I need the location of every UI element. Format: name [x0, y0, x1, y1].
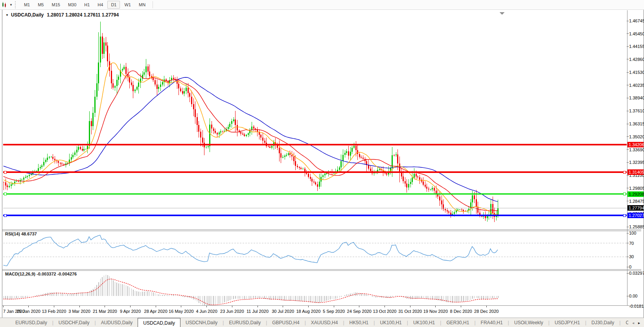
chart-tabs: EURUSD,Daily|USDCHF,Daily|AUDUSD,DailyUS…	[0, 318, 628, 327]
chart-tab-fra40-h1[interactable]: FRA40,H1	[476, 318, 508, 327]
chart-tab-eurusd-daily[interactable]: EURUSD,Daily	[224, 318, 266, 327]
chart-tab-usdchf-daily[interactable]: USDCHF,Daily	[53, 318, 95, 327]
tab-scroll-arrows: ◂ ▸	[628, 318, 644, 327]
macd-name: MACD(12,26,9)	[5, 272, 35, 276]
timeframe-button-h1[interactable]: H1	[81, 1, 93, 9]
chart-tab-usdcnh-daily[interactable]: USDCNH,Daily	[180, 318, 223, 327]
rsi-current-value: 48.6737	[21, 231, 37, 236]
rsi-name: RSI(14)	[5, 231, 20, 236]
chart-tab-usdjpy-h1[interactable]: USDJPY,H1	[550, 318, 585, 327]
timeframe-button-m5[interactable]: M5	[34, 1, 47, 9]
chart-tab-audusd-daily[interactable]: AUDUSD,Daily	[96, 318, 138, 327]
toolbar-drag-grip[interactable]	[15, 1, 18, 8]
rsi-indicator-label: RSI(14) 48.6737	[5, 231, 37, 236]
timeframe-button-mn[interactable]: MN	[135, 1, 149, 9]
timeframe-button-m30[interactable]: M30	[64, 1, 80, 9]
timeframe-button-h4[interactable]: H4	[94, 1, 107, 9]
chart-tab-eurusd-daily[interactable]: EURUSD,Daily	[10, 318, 52, 327]
chart-menu-icon[interactable]: ▼	[6, 13, 9, 17]
timeframe-button-d1[interactable]: D1	[107, 1, 120, 9]
chart-tab-hk50-h1[interactable]: HK50,H1	[344, 318, 374, 327]
chart-tab-ger30-h1[interactable]: GER30,H1	[441, 318, 474, 327]
application-window: ▼ M1M5M15M30H1H4D1W1MN ▼USDCAD,Daily1.28…	[0, 0, 644, 327]
tab-scroll-left-icon[interactable]: ◂	[632, 321, 634, 325]
chart-ohlc-values: 1.28017 1.28024 1.27611 1.27794	[47, 12, 119, 18]
chart-tab-usdcad-daily[interactable]: USDCAD,Daily	[138, 318, 180, 327]
chart-type-dropdown-caret[interactable]: ▼	[9, 3, 13, 7]
chart-tab-usoil-weekly[interactable]: USOil,Weekly	[509, 318, 548, 327]
timeframe-button-m15[interactable]: M15	[48, 1, 63, 9]
timeframe-button-group: M1M5M15M30H1H4D1W1MN	[20, 0, 149, 9]
chart-title: ▼USDCAD,Daily1.28017 1.28024 1.27611 1.2…	[6, 12, 119, 18]
top-toolbar: ▼ M1M5M15M30H1H4D1W1MN	[0, 0, 644, 10]
chart-tab-uk100-h1[interactable]: UK100,H1	[375, 318, 407, 327]
chart-window-frame	[2, 9, 644, 318]
chart-tab-xauusd-h4[interactable]: XAUUSD,H4	[306, 318, 343, 327]
toolbar-separator	[153, 1, 153, 8]
macd-current-values: -0.003372 -0.004276	[37, 272, 77, 276]
chart-type-icon[interactable]	[1, 1, 9, 8]
chart-tab-dj30-daily[interactable]: DJ30,Daily	[586, 318, 619, 327]
timeframe-button-w1[interactable]: W1	[121, 1, 134, 9]
timeframe-button-m1[interactable]: M1	[20, 1, 33, 9]
chart-symbol-period: USDCAD,Daily	[11, 12, 44, 18]
macd-indicator-label: MACD(12,26,9) -0.003372 -0.004276	[5, 272, 77, 276]
tab-scroll-right-icon[interactable]: ▸	[638, 321, 640, 325]
chart-tabs-bar: EURUSD,Daily|USDCHF,Daily|AUDUSD,DailyUS…	[0, 318, 644, 327]
chart-tab-gbpusd-h4[interactable]: GBPUSD,H4	[267, 318, 304, 327]
chart-tab-china300-h1[interactable]: CHINA300,H1	[620, 318, 628, 327]
chart-tab-uk100-h1[interactable]: UK100,H1	[408, 318, 440, 327]
